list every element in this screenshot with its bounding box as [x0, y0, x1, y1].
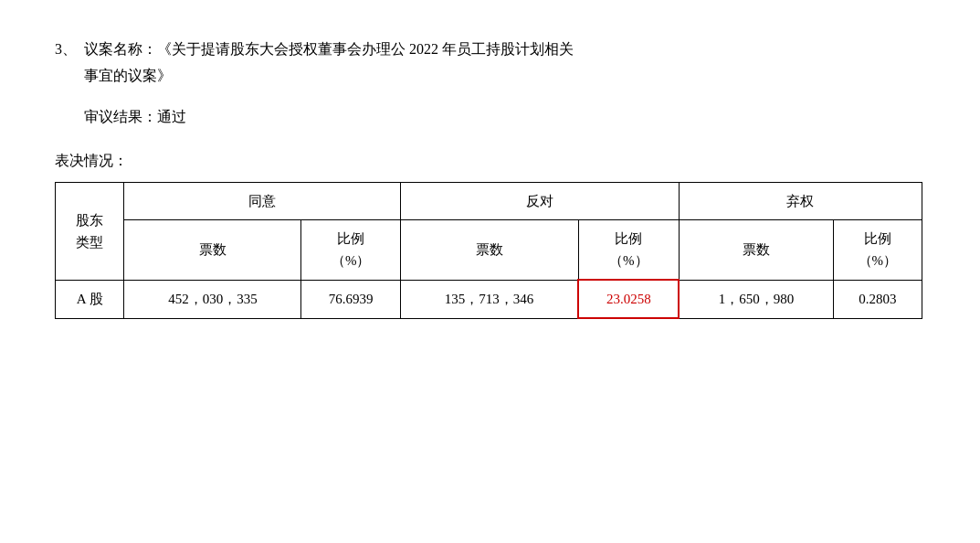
table-header-row-1: 股东类型 同意 反对 弃权 [56, 183, 922, 220]
review-value: 通过 [157, 109, 186, 124]
item-title-line1: 议案名称：《关于提请股东大会授权董事会办理公 2022 年员工持股计划相关 [84, 41, 574, 57]
col-abstain-header: 弃权 [679, 183, 922, 220]
cell-agree-votes: 452，030，335 [124, 280, 301, 318]
voting-label: 表决情况： [55, 148, 922, 175]
col-abstain-votes-header: 票数 [679, 220, 833, 281]
item-number: 3、 [55, 37, 84, 63]
voting-table: 股东类型 同意 反对 弃权 票数 比例（%） 票数 比例（%） 票数 比例（%） [55, 182, 922, 319]
item-title: 议案名称：《关于提请股东大会授权董事会办理公 2022 年员工持股计划相关 事宜… [84, 37, 922, 90]
col-shareholder-type: 股东类型 [56, 183, 124, 281]
col-oppose-votes-header: 票数 [400, 220, 578, 281]
cell-type: A 股 [56, 280, 124, 318]
item-header: 3、 议案名称：《关于提请股东大会授权董事会办理公 2022 年员工持股计划相关… [55, 37, 922, 90]
review-label: 审议结果： [84, 109, 157, 124]
cell-abstain-ratio: 0.2803 [833, 280, 922, 318]
cell-agree-ratio: 76.6939 [301, 280, 400, 318]
table-header-row-2: 票数 比例（%） 票数 比例（%） 票数 比例（%） [56, 220, 922, 281]
review-result: 审议结果：通过 [84, 104, 922, 131]
table-row: A 股 452，030，335 76.6939 135，713，346 23.0… [56, 280, 922, 318]
col-agree-ratio-header: 比例（%） [301, 220, 400, 281]
col-agree-votes-header: 票数 [124, 220, 301, 281]
col-abstain-ratio-header: 比例（%） [833, 220, 922, 281]
cell-oppose-votes: 135，713，346 [400, 280, 578, 318]
cell-abstain-votes: 1，650，980 [679, 280, 833, 318]
cell-oppose-ratio: 23.0258 [578, 280, 679, 318]
col-oppose-header: 反对 [400, 183, 679, 220]
col-agree-header: 同意 [124, 183, 400, 220]
content-wrapper: 3、 议案名称：《关于提请股东大会授权董事会办理公 2022 年员工持股计划相关… [55, 37, 922, 319]
col-oppose-ratio-header: 比例（%） [578, 220, 679, 281]
item-title-line2: 事宜的议案》 [84, 68, 172, 83]
